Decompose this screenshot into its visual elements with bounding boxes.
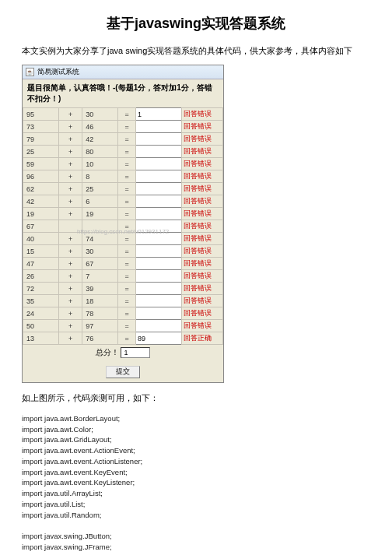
result-label: 回答错误 (181, 295, 222, 307)
result-label: 回答错误 (181, 121, 222, 133)
answer-field[interactable] (136, 307, 182, 320)
operand-a: 67 (23, 220, 59, 233)
result-label: 回答错误 (181, 170, 222, 183)
operator: + (58, 121, 82, 133)
equals-sign: = (118, 270, 136, 283)
operand-a: 24 (23, 307, 59, 320)
result-label: 回答错误 (181, 283, 222, 295)
operator: + (58, 133, 82, 146)
intro-text: 本文实例为大家分享了java swing实现答题系统的具体代码，供大家参考，具体… (22, 45, 392, 57)
table-row: 67=回答错误 (23, 220, 223, 233)
answer-field[interactable] (136, 195, 182, 208)
result-label: 回答正确 (181, 332, 222, 345)
answer-field[interactable] (136, 146, 182, 158)
submit-button[interactable]: 提交 (106, 366, 140, 378)
result-label: 回答错误 (181, 158, 222, 170)
result-label: 回答错误 (181, 133, 222, 146)
result-label: 回答错误 (181, 307, 222, 320)
table-row: 24+78=回答错误 (23, 307, 223, 320)
operator: + (58, 108, 82, 121)
operand-b: 8 (82, 170, 118, 183)
result-label: 回答错误 (181, 220, 222, 233)
equals-sign: = (118, 146, 136, 158)
operand-b: 76 (82, 332, 118, 345)
table-row: 42+6=回答错误 (23, 195, 223, 208)
table-row: 19+19=回答错误 (23, 208, 223, 220)
operand-a: 19 (23, 208, 59, 220)
score-field[interactable]: 1 (121, 347, 150, 358)
operand-a: 25 (23, 146, 59, 158)
operator: + (58, 158, 82, 170)
result-label: 回答错误 (181, 233, 222, 245)
operand-a: 13 (23, 332, 59, 345)
equals-sign: = (118, 220, 136, 233)
operand-b: 25 (82, 183, 118, 195)
result-label: 回答错误 (181, 195, 222, 208)
code-block: import java.awt.BorderLayout; import jav… (22, 413, 392, 555)
operator: + (58, 195, 82, 208)
operand-b: 80 (82, 146, 118, 158)
table-row: 15+30=回答错误 (23, 245, 223, 258)
answer-field[interactable] (136, 158, 182, 170)
operand-a: 95 (23, 108, 59, 121)
result-label: 回答错误 (181, 320, 222, 332)
result-label: 回答错误 (181, 208, 222, 220)
operator: + (58, 320, 82, 332)
table-row: 62+25=回答错误 (23, 183, 223, 195)
operator: + (58, 258, 82, 270)
answer-field[interactable] (136, 220, 182, 233)
operand-b: 10 (82, 158, 118, 170)
answer-field[interactable]: 1 (136, 108, 182, 121)
equals-sign: = (118, 183, 136, 195)
quiz-table: 95+30=1回答错误73+46=回答错误79+42=回答错误25+80=回答错… (23, 107, 223, 345)
result-label: 回答错误 (181, 108, 222, 121)
table-row: 26+7=回答错误 (23, 270, 223, 283)
operand-a: 35 (23, 295, 59, 307)
result-label: 回答错误 (181, 146, 222, 158)
answer-field[interactable] (136, 245, 182, 258)
answer-field[interactable] (136, 320, 182, 332)
operand-b (82, 220, 118, 233)
result-label: 回答错误 (181, 183, 222, 195)
answer-field[interactable] (136, 133, 182, 146)
operator: + (58, 170, 82, 183)
result-label: 回答错误 (181, 258, 222, 270)
operator: + (58, 307, 82, 320)
equals-sign: = (118, 208, 136, 220)
score-row: 总分！ 1 (23, 345, 223, 360)
table-row: 50+97=回答错误 (23, 320, 223, 332)
table-row: 72+39=回答错误 (23, 283, 223, 295)
operator: + (58, 233, 82, 245)
answer-field[interactable] (136, 208, 182, 220)
equals-sign: = (118, 245, 136, 258)
answer-field[interactable] (136, 270, 182, 283)
operand-a: 40 (23, 233, 59, 245)
operand-b: 19 (82, 208, 118, 220)
window-titlebar: ☕ 简易测试系统 (23, 65, 223, 79)
answer-field[interactable] (136, 258, 182, 270)
operator: + (58, 183, 82, 195)
operand-a: 47 (23, 258, 59, 270)
equals-sign: = (118, 133, 136, 146)
answer-field[interactable] (136, 233, 182, 245)
table-row: 40+74=回答错误 (23, 233, 223, 245)
table-row: 73+46=回答错误 (23, 121, 223, 133)
page-title: 基于javaswing实现答题系统 (0, 14, 392, 33)
answer-field[interactable] (136, 295, 182, 307)
operand-b: 46 (82, 121, 118, 133)
equals-sign: = (118, 170, 136, 183)
answer-field[interactable] (136, 283, 182, 295)
answer-field[interactable] (136, 183, 182, 195)
submit-row: 提交 (23, 360, 223, 382)
operand-a: 42 (23, 195, 59, 208)
operand-a: 79 (23, 133, 59, 146)
answer-field[interactable] (136, 170, 182, 183)
caption-text: 如上图所示，代码亲测可用，如下： (22, 392, 392, 404)
operator: + (58, 295, 82, 307)
operand-b: 39 (82, 283, 118, 295)
result-label: 回答错误 (181, 245, 222, 258)
answer-field[interactable] (136, 121, 182, 133)
operator: + (58, 332, 82, 345)
operand-a: 62 (23, 183, 59, 195)
answer-field[interactable]: 89 (136, 332, 182, 345)
